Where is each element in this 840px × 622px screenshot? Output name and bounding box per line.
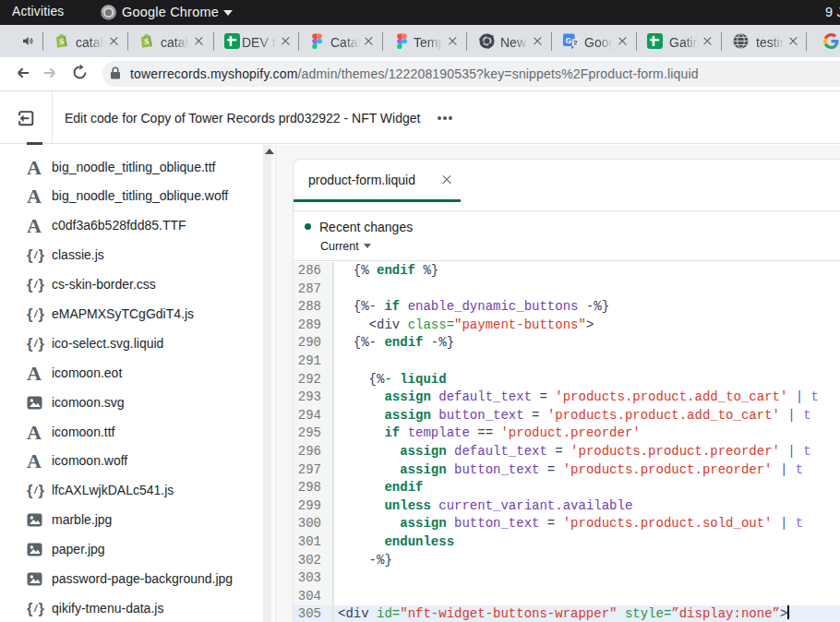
svg-text:G: G xyxy=(566,36,572,45)
svg-text:S: S xyxy=(144,37,149,46)
svg-text:S: S xyxy=(59,37,64,46)
